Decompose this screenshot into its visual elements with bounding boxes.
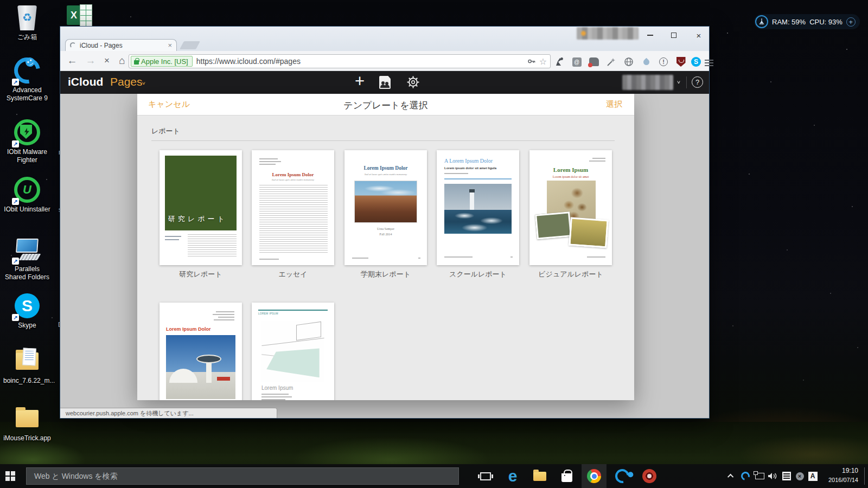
desktop-icon-label: IObit Malware Fighter [3,148,51,164]
extension-ublock-icon[interactable] [674,55,687,68]
blurred-username[interactable] [622,75,673,90]
extension-lamp-icon[interactable] [553,55,566,68]
taskbar-red-app-button[interactable] [637,464,662,488]
taskbar-clock[interactable]: 19:10 2016/07/14 [813,466,858,485]
template-card-term-paper[interactable]: Lorem Ipsum Dolor Sed et lacus quis enim… [344,150,427,265]
tab-close-icon[interactable]: × [167,42,173,49]
screen: ごみ箱 ↗ Advanced SystemCare 9 ↗ IObit Malw… [0,0,868,488]
desktop-icon-recycle-bin[interactable]: ごみ箱 [3,4,51,41]
extension-skype-icon[interactable]: S [690,55,703,68]
elephant-photo [535,211,572,239]
desktop-icon-skype[interactable]: S ↗ Skype [3,293,51,330]
taskbar-search-box[interactable]: Web と Windows を検索 [26,467,459,485]
taskbar-systemcare-button[interactable] [610,464,635,488]
taskbar-store-button[interactable] [554,464,579,488]
select-button[interactable]: 選択 [606,99,622,110]
tray-volume-icon[interactable] [766,464,779,488]
home-button[interactable]: ⌂ [114,53,130,68]
tray-show-hidden-icons[interactable] [725,464,738,488]
browser-status-bar: webcourier.push.apple.com を待機しています... [60,408,277,418]
document-icon [22,348,36,365]
template-card-visual-report[interactable]: Lorem Ipsum Lorem ipsum dolor sit amet [529,150,612,265]
desktop-icon-label: Parallels Shared Folders [3,265,51,281]
back-button[interactable]: ← [65,53,80,68]
template-card-school-report[interactable]: A Lorem Ipsum Dolor Lorem ipsum dolor si… [437,150,519,265]
bookmark-star-icon[interactable]: ☆ [539,56,547,67]
taskbar-file-explorer-button[interactable] [527,464,552,488]
desktop-icon-advanced-systemcare[interactable]: ↗ Advanced SystemCare 9 [3,57,51,102]
letter-u-icon: U [18,182,36,199]
desktop-icon-iobit-malware-fighter[interactable]: ↗ IObit Malware Fighter [3,119,51,164]
extension-wand-icon[interactable] [605,55,618,68]
stop-button[interactable]: × [99,53,114,68]
new-document-button[interactable]: + [350,72,369,91]
extension-droplet-icon[interactable] [640,55,653,68]
template-heading: Lorem Ipsum [529,166,612,173]
section-divider [151,140,615,141]
template-card-architecture-report[interactable]: LOREM IPSUM Lorem Ipsum [252,303,334,400]
media-browser-button[interactable] [379,76,391,89]
template-subheading: Lorem ipsum dolor sit amet [529,175,612,178]
keyboard-icon [19,254,41,260]
shortcut-arrow-icon: ↗ [12,314,19,321]
extension-evernote-icon[interactable] [588,55,601,68]
desktop-icon-parallels-shared-folders[interactable]: ↗ Parallels Shared Folders [3,236,51,281]
forward-button[interactable]: → [83,53,98,68]
task-view-button[interactable] [473,464,498,488]
template-card-research-report[interactable]: 研究レポート [159,150,242,265]
show-desktop-button[interactable] [864,467,865,485]
start-button[interactable] [5,471,15,481]
tab-icloud-pages[interactable]: iCloud - Pages × [65,39,177,51]
address-bar[interactable]: Apple Inc. [US] https://www.icloud.com/#… [129,54,551,68]
url-text[interactable]: https://www.icloud.com/#pages [196,57,527,66]
template-subheading: Sed et lacus quis enim mattis nonummy [252,178,334,181]
extension-info-icon[interactable]: ! [657,55,670,68]
dialog-header: キャンセル テンプレートを選択 選択 [137,94,634,115]
ev-certificate-badge[interactable]: Apple Inc. [US] [131,56,193,67]
template-chooser-dialog: キャンセル テンプレートを選択 選択 レポート 研究レポート [137,94,634,400]
taskbar-pinned-excel-shortcut[interactable]: X [67,4,93,27]
template-heading: A Lorem Ipsum Dolor [444,158,493,164]
recycle-bin-icon [17,5,37,30]
taskbar-chrome-button-active[interactable] [582,464,607,488]
cpu-usage: CPU: 93% [809,18,843,26]
desktop-icon-iobit-uninstaller[interactable]: U ↗ IObit Uninstaller [3,177,51,214]
ev-label: Apple Inc. [US] [141,57,188,66]
clean-broom-icon[interactable] [755,15,768,28]
template-name: エッセイ [252,269,334,279]
template-card-essay[interactable]: Lorem Ipsum Dolor Sed et lacus quis enim… [252,150,334,265]
new-tab-button[interactable] [180,41,200,49]
tray-notes-icon[interactable] [780,464,793,488]
canyon-photo [354,181,417,223]
help-button[interactable]: ? [692,76,703,88]
window-maximize-button[interactable] [666,29,682,42]
pages-app-switcher[interactable]: Pages [110,75,143,88]
desktop-icon-label: IObit Uninstaller [3,206,51,214]
performance-monitor-widget[interactable]: RAM: 59% CPU: 93% + [754,14,860,29]
key-icon[interactable] [527,57,536,66]
shortcut-arrow-icon: ↗ [12,79,19,86]
expand-plus-icon[interactable]: + [846,17,856,27]
extension-contacts-icon[interactable]: @ [570,55,583,68]
window-close-button[interactable]: × [691,29,707,42]
desktop-icon-boinc[interactable]: boinc_7.6.22_m... [3,348,51,385]
template-name: 学期末レポート [344,269,427,279]
tray-systemcare-icon[interactable] [739,464,752,488]
extension-globe-icon[interactable] [622,55,635,68]
chevron-down-icon[interactable]: ∨ [142,81,146,86]
tab-strip: iCloud - Pages × × [60,27,709,51]
settings-gear-button[interactable] [406,75,420,89]
tray-close-status-icon[interactable]: × [793,464,806,488]
desktop-icon-label: Advanced SystemCare 9 [3,86,51,102]
chevron-down-icon[interactable]: ∨ [676,80,681,85]
excel-icon: X [67,5,81,25]
desktop-icon-imousetrick[interactable]: iMouseTrick.app [3,406,51,442]
template-heading: Lorem Ipsum Dolor [344,165,427,171]
taskbar-edge-button[interactable]: e [500,464,525,488]
icloud-brand[interactable]: iCloud [68,75,103,88]
window-minimize-button[interactable] [642,29,658,42]
tray-network-icon[interactable] [753,464,766,488]
template-card-modern-report[interactable]: Lorem Ipsum Dolor [159,303,242,400]
meerkats-photo [569,217,608,248]
browser-menu-icon[interactable] [703,56,716,69]
